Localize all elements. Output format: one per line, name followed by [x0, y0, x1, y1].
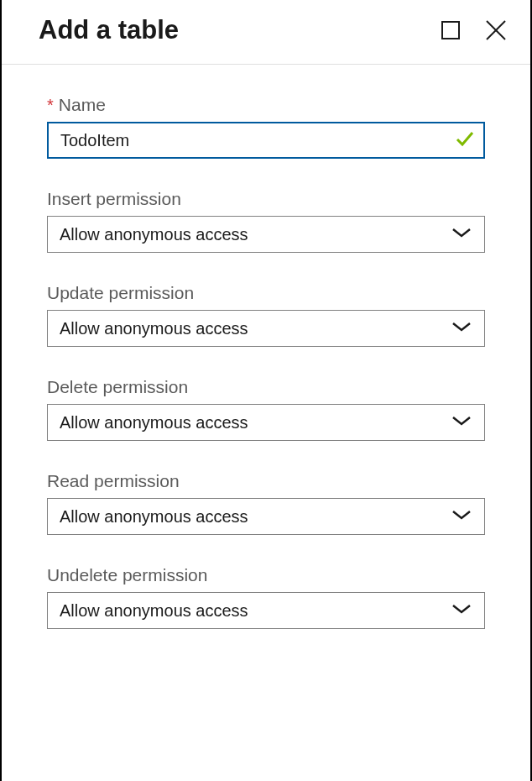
name-input-wrapper: [47, 122, 485, 159]
undelete-permission-label: Undelete permission: [47, 565, 485, 585]
required-indicator: *: [47, 96, 54, 115]
undelete-permission-select-wrapper: Allow anonymous access: [47, 592, 485, 629]
name-label-text: Name: [59, 95, 106, 115]
dialog-content: * Name Insert permission Allow anonymous…: [2, 65, 530, 629]
insert-permission-select[interactable]: Allow anonymous access: [47, 216, 485, 253]
read-permission-select-wrapper: Allow anonymous access: [47, 498, 485, 535]
maximize-button[interactable]: [441, 21, 460, 39]
delete-permission-label: Delete permission: [47, 377, 485, 397]
delete-permission-select-wrapper: Allow anonymous access: [47, 404, 485, 441]
svg-rect-0: [442, 22, 459, 39]
undelete-permission-select[interactable]: Allow anonymous access: [47, 592, 485, 629]
dialog-title: Add a table: [39, 15, 179, 45]
undelete-permission-group: Undelete permission Allow anonymous acce…: [47, 565, 485, 629]
dialog-header: Add a table: [2, 0, 530, 65]
close-button[interactable]: [485, 19, 507, 41]
read-permission-label: Read permission: [47, 471, 485, 491]
name-field-group: * Name: [47, 95, 485, 159]
delete-permission-select[interactable]: Allow anonymous access: [47, 404, 485, 441]
read-permission-group: Read permission Allow anonymous access: [47, 471, 485, 535]
checkmark-icon: [455, 128, 475, 152]
square-icon: [441, 21, 460, 39]
delete-permission-group: Delete permission Allow anonymous access: [47, 377, 485, 441]
update-permission-label: Update permission: [47, 283, 485, 303]
name-label: * Name: [47, 95, 485, 115]
insert-permission-label: Insert permission: [47, 189, 485, 209]
read-permission-select[interactable]: Allow anonymous access: [47, 498, 485, 535]
header-actions: [441, 19, 507, 41]
insert-permission-group: Insert permission Allow anonymous access: [47, 189, 485, 253]
update-permission-group: Update permission Allow anonymous access: [47, 283, 485, 347]
insert-permission-select-wrapper: Allow anonymous access: [47, 216, 485, 253]
update-permission-select-wrapper: Allow anonymous access: [47, 310, 485, 347]
name-input[interactable]: [47, 122, 485, 159]
update-permission-select[interactable]: Allow anonymous access: [47, 310, 485, 347]
close-icon: [485, 19, 507, 41]
